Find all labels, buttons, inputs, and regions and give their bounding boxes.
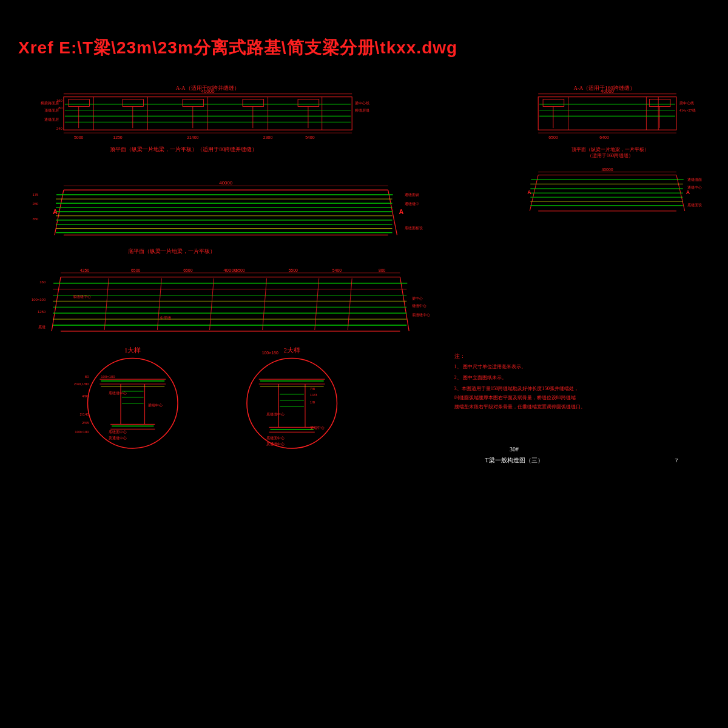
svg-text:240: 240 bbox=[56, 127, 63, 130]
svg-line-110 bbox=[263, 278, 267, 330]
drawing-number: 30# bbox=[510, 446, 519, 453]
svg-text:160: 160 bbox=[56, 99, 63, 103]
svg-text:底缝缝中心: 底缝缝中心 bbox=[412, 312, 430, 317]
svg-text:通缝缝中: 通缝缝中 bbox=[405, 202, 419, 206]
detail2-circle bbox=[247, 358, 337, 448]
svg-text:280: 280 bbox=[32, 202, 39, 206]
svg-text:A: A bbox=[686, 189, 690, 195]
svg-text:40000: 40000 bbox=[219, 180, 233, 186]
svg-line-112 bbox=[348, 278, 352, 330]
svg-text:桥缝层缝: 桥缝层缝 bbox=[354, 109, 369, 112]
svg-text:6500: 6500 bbox=[548, 135, 558, 140]
svg-text:100×100: 100×100 bbox=[101, 375, 115, 379]
svg-text:5500: 5500 bbox=[288, 268, 298, 272]
svg-text:80: 80 bbox=[85, 375, 89, 379]
svg-text:梁端中心: 梁端中心 bbox=[148, 403, 163, 407]
svg-text:顶缝面层: 顶缝面层 bbox=[44, 109, 59, 112]
bottom-plan-label: 底平面（纵梁一片地梁，一片平板） bbox=[128, 248, 215, 254]
detail2-label: 2大样 bbox=[283, 346, 300, 354]
note1: 1、 图中尺寸单位适用毫米表示。 bbox=[454, 364, 526, 369]
drawing-area: A-A（适用于80跨并缝缝） 40000 bbox=[12, 79, 716, 692]
svg-text:175: 175 bbox=[32, 193, 39, 197]
svg-text:800: 800 bbox=[379, 268, 386, 272]
svg-text:1250: 1250 bbox=[113, 135, 123, 140]
svg-text:11/3: 11/3 bbox=[310, 393, 317, 397]
cad-drawing: A-A（适用于80跨并缝缝） 40000 bbox=[12, 79, 716, 692]
svg-line-97 bbox=[52, 277, 61, 331]
svg-rect-14 bbox=[123, 99, 144, 107]
note3-line2: 叫缝圆弧端腰厚本图右平面及弱骨量，桥缝位设80跨缝端 bbox=[454, 395, 576, 400]
svg-text:2300: 2300 bbox=[263, 135, 273, 140]
svg-text:底缝面中心: 底缝面中心 bbox=[266, 436, 285, 440]
svg-rect-12 bbox=[69, 99, 90, 107]
svg-text:4/90: 4/90 bbox=[82, 394, 89, 398]
svg-text:100×180: 100×180 bbox=[262, 351, 278, 355]
svg-rect-16 bbox=[183, 99, 204, 107]
svg-line-98 bbox=[400, 277, 409, 331]
svg-text:底缝面设: 底缝面设 bbox=[687, 203, 702, 207]
svg-rect-38 bbox=[538, 97, 676, 130]
top-plan-label: 顶平面（纵梁一片地梁，一片平板）（适用于80跨缝并缝缝） bbox=[110, 146, 257, 152]
svg-line-109 bbox=[210, 278, 214, 330]
svg-text:21400: 21400 bbox=[187, 135, 198, 140]
svg-line-107 bbox=[104, 278, 109, 330]
svg-text:5400: 5400 bbox=[332, 268, 342, 272]
a-marker-right: A bbox=[399, 208, 403, 215]
drawing-name: T梁一般构造图（三） bbox=[485, 457, 544, 463]
main-container: Xref E:\T梁\23m\23m分离式路基\简支梁分册\tkxx.dwg A… bbox=[0, 0, 728, 728]
svg-text:通缝中心: 通缝中心 bbox=[687, 185, 702, 189]
svg-text:通缝面设: 通缝面设 bbox=[405, 193, 419, 197]
svg-text:缝缝中心: 缝缝中心 bbox=[412, 303, 426, 308]
svg-text:中平缝: 中平缝 bbox=[160, 316, 171, 320]
svg-text:及通缝中心: 及通缝中心 bbox=[109, 436, 127, 440]
svg-text:（适用于160跨缝缝）: （适用于160跨缝缝） bbox=[587, 153, 633, 158]
svg-text:40000: 40000 bbox=[601, 167, 613, 172]
svg-rect-18 bbox=[243, 99, 264, 107]
svg-text:414c×27缝: 414c×27缝 bbox=[679, 109, 696, 112]
svg-text:底缝缝中心: 底缝缝中心 bbox=[73, 294, 91, 298]
svg-rect-20 bbox=[298, 99, 319, 107]
svg-line-111 bbox=[315, 278, 319, 330]
note2: 2、 图中立面图纸未示。 bbox=[454, 375, 507, 380]
svg-text:100×100: 100×100 bbox=[32, 298, 46, 302]
svg-text:6500: 6500 bbox=[131, 268, 141, 272]
svg-text:40000: 40000 bbox=[201, 89, 215, 94]
svg-text:梁端中心: 梁端中心 bbox=[310, 425, 325, 430]
svg-text:底缝面中心: 底缝面中心 bbox=[109, 430, 127, 434]
a-marker-left: A bbox=[53, 208, 58, 215]
svg-text:160: 160 bbox=[39, 280, 46, 284]
svg-text:40000: 40000 bbox=[601, 89, 615, 94]
svg-text:6500: 6500 bbox=[235, 268, 245, 272]
svg-text:7/8: 7/8 bbox=[310, 387, 315, 391]
svg-line-108 bbox=[157, 278, 161, 330]
svg-text:1250: 1250 bbox=[38, 310, 46, 314]
svg-text:梁中心: 梁中心 bbox=[412, 296, 423, 300]
svg-text:1/8: 1/8 bbox=[310, 400, 315, 404]
page-number: 7 bbox=[675, 457, 678, 463]
svg-text:梁中心线: 梁中心线 bbox=[679, 101, 694, 105]
svg-text:底缝: 底缝 bbox=[38, 325, 46, 329]
svg-text:底缝缝中心: 底缝缝中心 bbox=[109, 391, 127, 395]
svg-text:2/40,1/80: 2/40,1/80 bbox=[74, 382, 89, 386]
svg-text:100×100: 100×100 bbox=[75, 430, 89, 434]
top-plan-label2: 顶平面（纵梁一片地梁，一片平板） bbox=[571, 147, 649, 152]
svg-text:80: 80 bbox=[58, 106, 62, 110]
svg-text:2/140: 2/140 bbox=[80, 413, 90, 416]
note-title: 注： bbox=[454, 353, 465, 359]
svg-rect-45 bbox=[543, 99, 564, 107]
svg-text:5400: 5400 bbox=[305, 135, 315, 140]
svg-text:6500: 6500 bbox=[183, 268, 193, 272]
svg-text:5000: 5000 bbox=[74, 135, 84, 140]
svg-text:梁中心线: 梁中心线 bbox=[355, 101, 369, 105]
xref-title: Xref E:\T梁\23m\23m分离式路基\简支梁分册\tkxx.dwg bbox=[18, 36, 457, 59]
svg-text:通缝缝面: 通缝缝面 bbox=[687, 178, 702, 181]
svg-text:6400: 6400 bbox=[599, 135, 609, 140]
note3-line1: 3、本图适用于量150跨缝端肋及好伸长度150弧并缝端处， bbox=[454, 386, 579, 391]
svg-text:底缝缝中心: 底缝缝中心 bbox=[266, 412, 285, 416]
svg-text:及通缝中心: 及通缝中心 bbox=[266, 442, 285, 446]
svg-text:A: A bbox=[527, 189, 531, 195]
svg-text:通缝面层: 通缝面层 bbox=[44, 118, 59, 121]
svg-text:4250: 4250 bbox=[80, 268, 90, 272]
svg-text:2/45: 2/45 bbox=[82, 421, 89, 425]
note3-line3: 腰端垫末段右平段对条骨量，任垂缝端宽置调停圆弧缝缝口。 bbox=[454, 404, 585, 410]
